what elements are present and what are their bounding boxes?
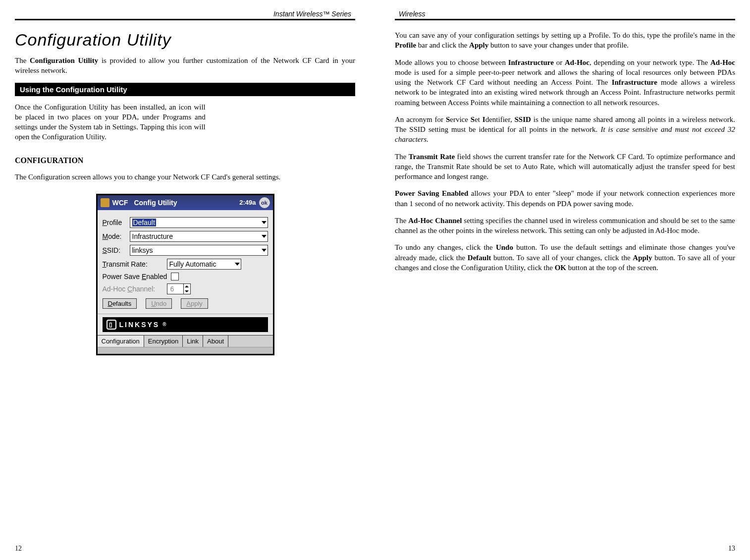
ok-button[interactable]: ok: [259, 197, 270, 208]
paragraph: The Configuration screen allows you to c…: [15, 172, 355, 182]
text: To undo any changes, click the: [395, 243, 496, 251]
paragraph: The Ad-Hoc Channel setting specifies the…: [395, 216, 735, 236]
pda-body: Profile Default Mode: Infrastructure SSI…: [98, 210, 273, 335]
chevron-down-icon: [262, 221, 267, 224]
tab-configuration[interactable]: Configuration: [98, 336, 144, 347]
text: ervice: [450, 115, 471, 123]
power-save-label: Power Save Enabled: [103, 273, 167, 280]
paragraph: You can save any of your configuration s…: [395, 30, 735, 51]
tab-about[interactable]: About: [203, 336, 228, 347]
brand-icon: ▯: [107, 320, 116, 330]
tab-encryption[interactable]: Encryption: [144, 336, 183, 347]
brand-bar: ▯ LINKSYS®: [103, 317, 268, 332]
text-bold: Infrastructure: [508, 58, 554, 66]
combo-value: Default: [132, 219, 156, 226]
header-rule: [395, 19, 735, 20]
profile-combo[interactable]: Default: [130, 217, 268, 228]
header-rule: [15, 19, 355, 20]
undo-button[interactable]: Undo: [146, 298, 172, 309]
chevron-down-icon: [262, 249, 267, 252]
chevron-down-icon: [262, 235, 267, 238]
text-bold: Ad-Hoc Channel: [408, 217, 462, 224]
paragraph: Power Saving Enabled allows your PDA to …: [395, 188, 735, 209]
window-title: Config Utility: [134, 199, 236, 207]
stepper-arrows[interactable]: [183, 284, 190, 294]
text-bold: OK: [555, 264, 566, 272]
text: dentifier,: [485, 115, 515, 123]
transmit-rate-combo[interactable]: Fully Automatic: [167, 259, 241, 270]
text-bold: S: [471, 115, 475, 123]
mode-combo[interactable]: Infrastructure: [130, 231, 268, 242]
text: bar and click the: [416, 41, 469, 49]
app-name: WCF: [112, 199, 128, 207]
tab-link[interactable]: Link: [183, 336, 203, 347]
transmit-rate-label: Transmit Rate:: [103, 260, 167, 268]
text-bold: Transmit Rate: [409, 153, 455, 161]
combo-value: Infrastructure: [132, 232, 173, 240]
text-bold: Infrastructure: [612, 78, 657, 86]
paragraph: An acronym for Service Set Identifier, S…: [395, 114, 735, 145]
text-bold: Ad-Hoc: [565, 58, 589, 66]
ssid-label: SSID:: [103, 246, 130, 254]
adhoc-channel-label: Ad-Hoc Channel:: [103, 285, 167, 293]
text-bold: Undo: [496, 243, 513, 251]
text: , depending on your network type. The: [589, 58, 710, 66]
text: The: [15, 56, 30, 64]
text: button. To save all of your changes, cli…: [491, 254, 633, 262]
divider: [98, 314, 273, 314]
tab-bar: Configuration Encryption Link About: [98, 335, 273, 347]
chevron-down-icon: [235, 263, 240, 266]
left-page: Instant Wireless™ Series Configuration U…: [15, 10, 355, 550]
profile-label: Profile: [103, 219, 130, 226]
pda-screenshot: WCF Config Utility 2:49a ok Profile Defa…: [96, 194, 274, 355]
text-bold: S: [446, 115, 450, 123]
clock: 2:49a: [239, 199, 256, 206]
sub-heading: CONFIGURATION: [15, 156, 355, 165]
text-bold: Apply: [633, 254, 652, 262]
spinner-value: 6: [170, 285, 174, 293]
brand-text: LINKSYS: [119, 321, 160, 329]
text: or: [554, 58, 565, 66]
text: button to save your changes under that p…: [488, 41, 629, 49]
power-save-checkbox[interactable]: [171, 273, 179, 280]
text-bold: Apply: [469, 41, 488, 49]
text: You can save any of your configuration s…: [395, 31, 735, 39]
text-bold: Default: [468, 254, 491, 262]
mode-label: Mode:: [103, 232, 130, 240]
pda-titlebar: WCF Config Utility 2:49a ok: [98, 195, 273, 210]
apply-button[interactable]: Apply: [181, 298, 208, 309]
text: Mode allows you to choose between: [395, 58, 508, 66]
registered-icon: ®: [162, 322, 166, 327]
section-heading-bar: Using the Configuration Utility: [15, 83, 355, 96]
text: et: [475, 115, 482, 123]
page-number: 12: [15, 545, 22, 553]
ssid-combo[interactable]: linksys: [130, 245, 268, 256]
intro-paragraph: The Configuration Utility is provided to…: [15, 56, 355, 76]
app-icon: [101, 198, 109, 207]
text: button at the top of the screen.: [566, 264, 658, 272]
text-bold: SSID: [515, 115, 531, 123]
text: The: [395, 153, 409, 161]
paragraph: To undo any changes, click the Undo butt…: [395, 242, 735, 273]
grip-bar: [98, 347, 273, 354]
paragraph: Mode allows you to choose between Infras…: [395, 57, 735, 108]
paragraph: Once the Configuration Utility has been …: [15, 102, 206, 142]
running-header-right: Wireless: [395, 10, 735, 18]
paragraph: The Transmit Rate field shows the curren…: [395, 152, 735, 182]
running-header-left: Instant Wireless™ Series: [15, 10, 355, 18]
text: An acronym for: [395, 115, 446, 123]
page-number: 13: [728, 545, 735, 553]
text-bold: Power Saving Enabled: [395, 189, 468, 197]
combo-value: Fully Automatic: [169, 260, 216, 268]
adhoc-channel-spinner[interactable]: 6: [167, 283, 191, 294]
text-bold: Profile: [395, 41, 416, 49]
text: The: [395, 217, 408, 224]
text-bold: Configuration Utility: [30, 56, 98, 64]
right-page: Wireless You can save any of your config…: [395, 10, 735, 550]
combo-value: linksys: [132, 246, 153, 254]
defaults-button[interactable]: Defaults: [103, 298, 137, 309]
page-title: Configuration Utility: [15, 30, 355, 50]
text-bold: Ad-Hoc: [710, 58, 735, 66]
